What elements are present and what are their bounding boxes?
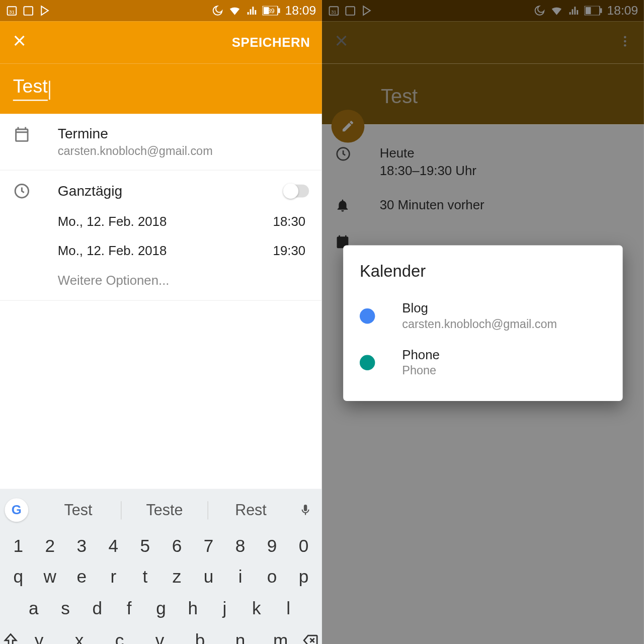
left-screenshot: 31 39 18:09 SPEICHERN Test: [0, 0, 322, 644]
backspace-key[interactable]: [301, 630, 320, 644]
key-h[interactable]: h: [179, 599, 207, 619]
key-o[interactable]: o: [258, 567, 286, 587]
key-5[interactable]: 5: [131, 536, 159, 556]
option-name: Blog: [402, 301, 557, 316]
suggestion-1[interactable]: Test: [35, 501, 121, 519]
text-cursor: [49, 80, 50, 100]
key-x[interactable]: x: [65, 630, 93, 644]
mic-icon[interactable]: [294, 504, 317, 517]
status-right-icons: 39 18:09: [212, 4, 316, 18]
option-name: Phone: [402, 347, 440, 362]
close-icon[interactable]: [12, 33, 27, 52]
action-bar: SPEICHERN: [0, 21, 322, 63]
edit-fab-button[interactable]: [332, 110, 365, 143]
key-j[interactable]: j: [210, 599, 238, 619]
key-v[interactable]: v: [145, 630, 174, 644]
key-t[interactable]: t: [131, 567, 159, 587]
svg-text:31: 31: [331, 9, 337, 15]
start-date: Mo., 12. Feb. 2018: [58, 214, 273, 229]
bell-icon: [335, 198, 380, 215]
event-title: Test: [381, 85, 585, 108]
event-title-area: Test: [322, 64, 644, 125]
calendar-option-phone[interactable]: Phone Phone: [360, 342, 606, 388]
key-0[interactable]: 0: [290, 536, 318, 556]
more-options-button[interactable]: Weitere Optionen...: [13, 273, 170, 288]
calendar-31-icon: 31: [6, 5, 18, 16]
svg-point-22: [624, 36, 626, 38]
keyboard-row-4: yxcvbnm: [0, 624, 322, 644]
keyboard-row-3: asdfghjkl: [0, 593, 322, 624]
key-7[interactable]: 7: [194, 536, 222, 556]
svg-rect-5: [279, 8, 281, 13]
status-left-icons: 31: [6, 5, 51, 16]
battery-text: 39: [267, 7, 274, 14]
dialog-title: Kalender: [360, 262, 606, 281]
key-g[interactable]: g: [147, 599, 175, 619]
overflow-menu-icon[interactable]: [618, 34, 632, 51]
status-time: 18:09: [607, 4, 638, 18]
signal-icon: [568, 5, 580, 16]
end-time-row[interactable]: Mo., 12. Feb. 2018 19:30: [13, 244, 309, 259]
calendar-name: Termine: [58, 126, 309, 142]
key-y[interactable]: y: [25, 630, 53, 644]
start-time-row[interactable]: Mo., 12. Feb. 2018 18:30: [13, 214, 309, 229]
key-r[interactable]: r: [99, 567, 127, 587]
svg-rect-18: [346, 7, 355, 15]
event-reminder-text: 30 Minuten vorher: [380, 198, 485, 213]
allday-toggle[interactable]: [283, 185, 309, 198]
suggestion-2[interactable]: Teste: [122, 501, 208, 519]
keyboard-suggestion-bar: G Test Teste Rest: [0, 489, 322, 531]
calendar-31-icon: 31: [328, 5, 340, 16]
key-z[interactable]: z: [163, 567, 191, 587]
calendar-icon: [344, 5, 356, 16]
key-2[interactable]: 2: [36, 536, 64, 556]
key-m[interactable]: m: [267, 630, 295, 644]
play-icon: [361, 5, 372, 16]
calendar-account: carsten.knobloch@gmail.com: [58, 144, 309, 158]
key-p[interactable]: p: [290, 567, 318, 587]
shift-key[interactable]: [3, 630, 19, 644]
allday-label: Ganztägig: [58, 183, 283, 199]
calendar-option-blog[interactable]: Blog carsten.knobloch@gmail.com: [360, 295, 606, 342]
svg-text:31: 31: [9, 9, 15, 15]
save-button[interactable]: SPEICHERN: [232, 35, 310, 50]
key-n[interactable]: n: [226, 630, 255, 644]
key-8[interactable]: 8: [226, 536, 254, 556]
key-u[interactable]: u: [194, 567, 222, 587]
wifi-icon: [228, 4, 242, 17]
key-k[interactable]: k: [243, 599, 271, 619]
calendar-icon: [13, 126, 58, 143]
title-input-area[interactable]: Test: [0, 64, 322, 114]
battery-icon: 39: [263, 6, 280, 16]
key-w[interactable]: w: [36, 567, 64, 587]
google-icon[interactable]: G: [5, 498, 28, 522]
status-time: 18:09: [285, 4, 316, 18]
key-c[interactable]: c: [105, 630, 133, 644]
svg-rect-2: [24, 7, 33, 15]
status-bar: 31 18:09: [322, 0, 644, 21]
svg-point-23: [624, 40, 626, 43]
key-d[interactable]: d: [83, 599, 111, 619]
color-dot-icon: [360, 355, 375, 370]
calendar-account-row[interactable]: Termine carsten.knobloch@gmail.com: [0, 114, 322, 171]
key-f[interactable]: f: [115, 599, 143, 619]
key-b[interactable]: b: [186, 630, 214, 644]
keyboard: 1234567890 qwertzuiop asdfghjkl yxcvbnm …: [0, 531, 322, 644]
key-i[interactable]: i: [226, 567, 254, 587]
title-input-text: Test: [13, 75, 48, 101]
key-a[interactable]: a: [20, 599, 48, 619]
key-9[interactable]: 9: [258, 536, 286, 556]
key-q[interactable]: q: [4, 567, 32, 587]
key-4[interactable]: 4: [99, 536, 127, 556]
keyboard-row-2: qwertzuiop: [0, 561, 322, 593]
key-1[interactable]: 1: [4, 536, 32, 556]
close-icon[interactable]: [334, 33, 349, 52]
suggestion-3[interactable]: Rest: [208, 501, 293, 519]
key-6[interactable]: 6: [163, 536, 191, 556]
key-s[interactable]: s: [51, 599, 79, 619]
key-l[interactable]: l: [274, 599, 302, 619]
play-icon: [39, 5, 50, 16]
moon-icon: [534, 5, 545, 16]
key-3[interactable]: 3: [67, 536, 96, 556]
key-e[interactable]: e: [67, 567, 96, 587]
